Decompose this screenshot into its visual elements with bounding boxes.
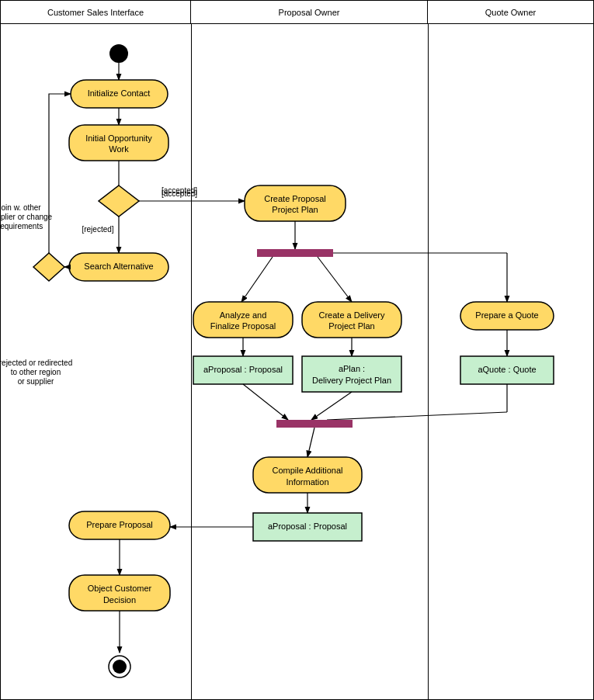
- initial-opp-label1: Initial Opportunity: [85, 133, 152, 143]
- join-bar2: [276, 420, 353, 428]
- delivery-label1: Create a Delivery: [319, 310, 385, 320]
- compile-label2: Information: [286, 477, 328, 487]
- arrow-join-compile: [307, 428, 314, 457]
- create-proposal-label2: Project Plan: [272, 205, 318, 214]
- arrow-fork-analyze: [241, 257, 273, 302]
- left-diamond: [33, 253, 64, 281]
- aplan-label1: aPlan :: [339, 364, 365, 373]
- header: Customer Sales Interface Proposal Owner …: [1, 1, 593, 24]
- diagram-svg: Initialize Contact Initial Opportunity W…: [1, 24, 594, 700]
- initial-opp-node: [69, 125, 168, 161]
- header-col3: Quote Owner: [428, 1, 593, 23]
- analyze-label1: Analyze and: [220, 310, 267, 320]
- line-aquote-join2: [327, 412, 507, 420]
- rejected-note1: rejected or redirected: [1, 359, 72, 367]
- rejected-label: [rejected]: [82, 225, 113, 234]
- header-col1: Customer Sales Interface: [1, 1, 191, 23]
- decision-diamond: [99, 185, 139, 217]
- start-node: [109, 44, 128, 63]
- analyze-label2: Finalize Proposal: [210, 321, 276, 331]
- header-col2: Proposal Owner: [191, 1, 428, 23]
- search-alt-label: Search Alternative: [84, 262, 153, 271]
- create-proposal-label1: Create Proposal: [264, 194, 326, 203]
- analyze-node: [193, 302, 293, 338]
- object-label2: Decision: [103, 595, 136, 605]
- object-customer-node: [69, 575, 170, 611]
- end-inner: [113, 660, 127, 674]
- compile-node: [253, 457, 362, 493]
- compile-label1: Compile Additional: [272, 466, 342, 475]
- prepare-quote-label: Prepare a Quote: [475, 310, 538, 320]
- initialize-contact-label: Initialize Contact: [88, 88, 151, 98]
- aplan-label2: Delivery Project Plan: [312, 376, 391, 385]
- arrow-loop-back: [49, 94, 71, 253]
- aquote-label: aQuote : Quote: [478, 365, 536, 374]
- join-note3: requirements: [1, 222, 43, 230]
- delivery-plan-node: [302, 302, 401, 338]
- aproposal2-label: aProposal : Proposal: [268, 522, 347, 531]
- arrow-aplan-join: [311, 392, 352, 420]
- rejected-note2: to other region: [11, 368, 61, 376]
- prepare-proposal-label: Prepare Proposal: [86, 520, 153, 529]
- aplan-node: [302, 356, 401, 392]
- fork-bar1: [257, 249, 333, 257]
- arrow-fork-delivery: [318, 257, 352, 302]
- arrow-aproposal-join: [243, 384, 288, 420]
- aproposal1-label: aProposal : Proposal: [203, 365, 283, 374]
- join-note2: supplier or change: [1, 213, 53, 221]
- diagram-container: Customer Sales Interface Proposal Owner …: [0, 0, 594, 700]
- accepted-text: [accepted]: [162, 186, 197, 195]
- rejected-note3: or supplier: [18, 377, 54, 386]
- create-proposal-node: [245, 185, 346, 221]
- join-note: join w. other: [1, 203, 41, 212]
- initial-opp-label2: Work: [109, 144, 129, 154]
- object-label1: Object Customer: [88, 584, 152, 593]
- delivery-label2: Project Plan: [328, 321, 374, 331]
